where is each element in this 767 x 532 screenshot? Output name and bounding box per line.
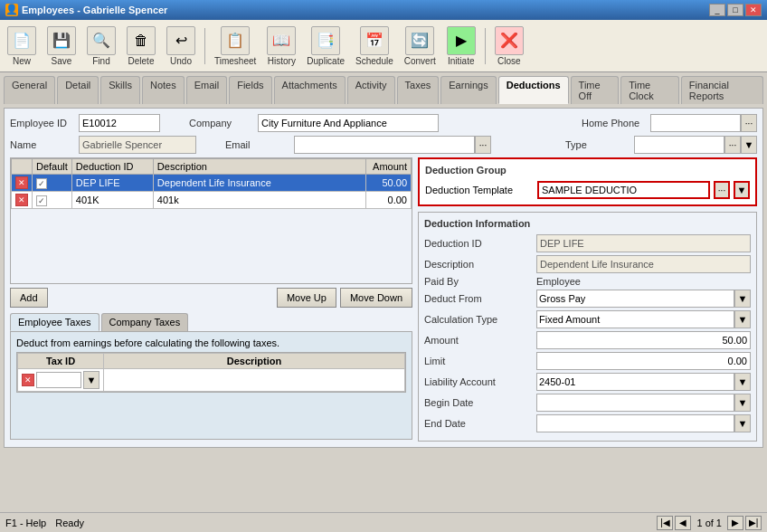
close-button[interactable]: ✕	[745, 4, 762, 16]
deductions-table-container[interactable]: Default Deduction ID Description Amount …	[10, 157, 412, 284]
deduction-group-title: Deduction Group	[425, 165, 750, 176]
undo-button[interactable]: ↩ Undo	[163, 24, 199, 68]
col-deduction-id: Deduction ID	[71, 159, 153, 175]
close-toolbar-icon: ❌	[495, 26, 524, 55]
employee-id-input[interactable]	[79, 114, 160, 132]
timesheet-icon: 📋	[221, 26, 250, 55]
tab-skills[interactable]: Skills	[100, 76, 140, 104]
di-liability-input[interactable]	[536, 373, 734, 391]
close-toolbar-button[interactable]: ❌ Close	[491, 24, 527, 68]
di-limit-input[interactable]	[536, 352, 751, 370]
type-input[interactable]	[634, 136, 724, 154]
di-amount-input[interactable]	[536, 331, 751, 349]
deduction-template-input[interactable]	[537, 181, 710, 199]
table-row[interactable]: ✕ ✓ DEP LIFE Dependent Life Insurance 50…	[12, 175, 412, 192]
tax-id-input[interactable]	[36, 372, 81, 388]
tab-deductions[interactable]: Deductions	[498, 76, 569, 104]
left-panel: Default Deduction ID Description Amount …	[10, 157, 412, 442]
deduction-template-dropdown-button[interactable]: ▼	[734, 181, 750, 199]
move-down-button[interactable]: Move Down	[340, 288, 412, 308]
tab-general[interactable]: General	[4, 76, 55, 104]
tab-timeoff[interactable]: Time Off	[571, 76, 620, 104]
row2-checkbox[interactable]: ✓	[36, 195, 47, 206]
content-wrapper: Employee ID Company Home Phone ··· Name …	[0, 104, 767, 512]
di-begin-date-dropdown[interactable]: ▼	[734, 394, 751, 412]
delete-row1-button[interactable]: ✕	[15, 176, 28, 189]
company-input[interactable]	[258, 114, 439, 132]
home-phone-dots-button[interactable]: ···	[741, 114, 757, 132]
history-button[interactable]: 📖 History	[263, 24, 299, 68]
tab-timeclock[interactable]: Time Clock	[620, 76, 679, 104]
employee-taxes-tab[interactable]: Employee Taxes	[10, 313, 99, 331]
move-up-button[interactable]: Move Up	[277, 288, 336, 308]
di-limit-row: Limit	[424, 352, 751, 370]
tab-fields[interactable]: Fields	[229, 76, 271, 104]
col-default: Default	[33, 159, 72, 175]
table-row[interactable]: ✕ ▼	[18, 369, 405, 392]
di-deduct-from-wrapper: ▼	[536, 290, 751, 308]
timesheet-button[interactable]: 📋 Timesheet	[211, 24, 260, 68]
tab-earnings[interactable]: Earnings	[440, 76, 496, 104]
di-begin-date-wrapper: ▼	[536, 394, 751, 412]
prev-page-button[interactable]: ◀	[675, 516, 691, 530]
name-input[interactable]	[79, 136, 196, 154]
maximize-button[interactable]: □	[727, 4, 743, 16]
type-dots-button[interactable]: ···	[724, 136, 741, 154]
delete-tax-row-button[interactable]: ✕	[22, 374, 34, 386]
tax-id-dropdown[interactable]: ▼	[83, 371, 99, 389]
di-deduct-from-input[interactable]	[536, 290, 734, 308]
company-taxes-tab[interactable]: Company Taxes	[101, 313, 189, 331]
row1-checkbox[interactable]: ✓	[36, 178, 47, 189]
tab-notes[interactable]: Notes	[142, 76, 185, 104]
new-button[interactable]: 📄 New	[4, 24, 40, 68]
tab-financialreports[interactable]: Financial Reports	[681, 76, 763, 104]
save-button[interactable]: 💾 Save	[43, 24, 80, 68]
col-delete	[12, 159, 33, 175]
di-liability-dropdown[interactable]: ▼	[734, 373, 751, 391]
add-button[interactable]: Add	[10, 288, 48, 308]
last-page-button[interactable]: ▶|	[745, 516, 762, 530]
email-input[interactable]	[294, 136, 475, 154]
di-end-date-wrapper: ▼	[536, 414, 751, 432]
di-begin-date-input[interactable]	[536, 394, 734, 412]
status-left: F1 - Help Ready	[5, 518, 84, 528]
di-calc-type-dropdown[interactable]: ▼	[734, 310, 751, 328]
tab-detail[interactable]: Detail	[57, 76, 99, 104]
tax-table-container[interactable]: Tax ID Description ✕	[16, 352, 406, 393]
email-dots-button[interactable]: ···	[475, 136, 491, 154]
duplicate-button[interactable]: 📑 Duplicate	[303, 24, 348, 68]
di-calc-type-input[interactable]	[536, 310, 734, 328]
di-end-date-input[interactable]	[536, 414, 734, 432]
convert-button[interactable]: 🔄 Convert	[401, 24, 440, 68]
first-page-button[interactable]: |◀	[657, 516, 673, 530]
undo-icon: ↩	[166, 26, 195, 55]
tax-row1-description	[104, 369, 405, 392]
di-end-date-dropdown[interactable]: ▼	[734, 414, 751, 432]
duplicate-icon: 📑	[311, 26, 340, 55]
schedule-button[interactable]: 📅 Schedule	[352, 24, 397, 68]
delete-row2-button[interactable]: ✕	[15, 194, 28, 206]
next-page-button[interactable]: ▶	[727, 516, 743, 530]
initiate-button[interactable]: ▶ Initiate	[443, 24, 479, 68]
di-deduct-from-dropdown[interactable]: ▼	[734, 290, 751, 308]
table-actions: Add Move Up Move Down	[10, 288, 412, 308]
name-label: Name	[10, 139, 73, 150]
deduction-template-dots-button[interactable]: ···	[714, 181, 730, 199]
tab-attachments[interactable]: Attachments	[274, 76, 346, 104]
title-bar-left: 👤 Employees - Gabrielle Spencer	[5, 4, 167, 16]
type-dropdown-button[interactable]: ▼	[741, 136, 757, 154]
delete-icon: 🗑	[127, 26, 156, 55]
deduction-template-row: Deduction Template ··· ▼	[425, 181, 750, 199]
tab-taxes[interactable]: Taxes	[397, 76, 440, 104]
di-description-input	[536, 255, 751, 273]
tab-email[interactable]: Email	[186, 76, 228, 104]
table-row[interactable]: ✕ ✓ 401K 401k 0.00	[12, 192, 412, 209]
company-label: Company	[189, 118, 252, 128]
find-button[interactable]: 🔍 Find	[83, 24, 119, 68]
di-description-label: Description	[424, 259, 533, 270]
tax-tabs: Employee Taxes Company Taxes	[10, 313, 412, 331]
home-phone-input[interactable]	[650, 114, 741, 132]
minimize-button[interactable]: _	[709, 4, 725, 16]
tab-activity[interactable]: Activity	[347, 76, 395, 104]
delete-button[interactable]: 🗑 Delete	[123, 24, 159, 68]
